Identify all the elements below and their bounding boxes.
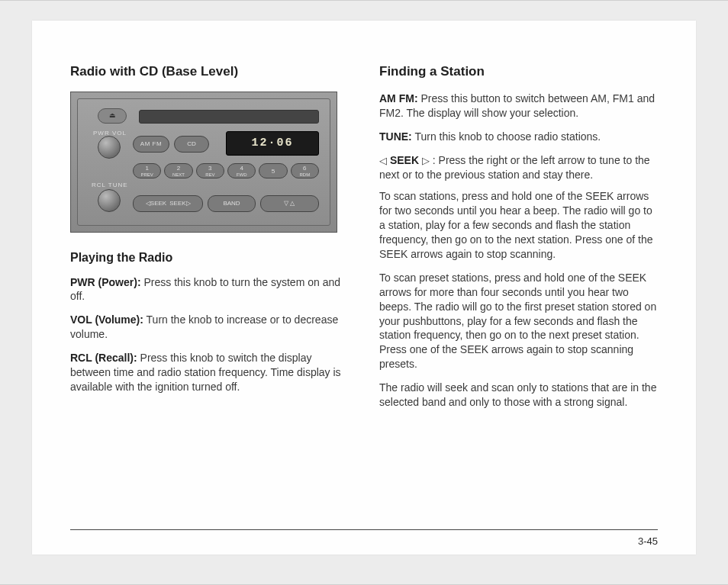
tune-text: Turn this knob to choose radio stations. <box>412 130 601 143</box>
right-arrow-icon: ▷ <box>422 155 430 166</box>
seek-paragraph: ◁ SEEK ▷ : Press the right or the left a… <box>379 153 658 182</box>
preset-4: 4FWD <box>227 163 256 178</box>
seek-tail: : Press the right or the left arrow to t… <box>379 154 650 181</box>
document-page: Radio with CD (Base Level) ⏏ PWR VOL AM … <box>0 0 728 585</box>
radio-face: ⏏ PWR VOL AM FM CD 12·06 1PREV 2NEXT 3RE… <box>77 98 330 226</box>
rcl-tune-knob <box>98 189 121 212</box>
page-number: 3-45 <box>638 535 658 547</box>
band-button: BAND <box>208 195 255 212</box>
signal-paragraph: The radio will seek and scan only to sta… <box>379 381 658 410</box>
scan-paragraph: To scan stations, press and hold one of … <box>379 189 658 261</box>
section-title-radio-cd: Radio with CD (Base Level) <box>70 63 349 81</box>
right-column: Finding a Station AM FM: Press this butt… <box>379 63 658 419</box>
cd-slot <box>139 110 319 124</box>
eject-icon: ⏏ <box>98 108 127 124</box>
preset-3: 3REV <box>196 163 224 178</box>
preset-1: 1PREV <box>133 163 161 178</box>
left-arrow-icon: ◁ <box>379 155 387 166</box>
cd-button: CD <box>174 136 209 153</box>
footer-rule <box>70 529 658 530</box>
section-title-finding: Finding a Station <box>379 63 658 81</box>
seek-button: ◁SEEKSEEK▷ <box>133 195 203 212</box>
section-title-playing: Playing the Radio <box>70 249 349 266</box>
arrows-button: ▽ △ <box>260 195 319 212</box>
preset-2: 2NEXT <box>164 163 192 178</box>
left-column: Radio with CD (Base Level) ⏏ PWR VOL AM … <box>70 63 349 419</box>
bottom-row: ◁SEEKSEEK▷ BAND ▽ △ <box>133 195 319 212</box>
preset-scan-paragraph: To scan preset stations, press and hold … <box>379 271 658 371</box>
preset-5: 5 <box>259 163 287 178</box>
columns: Radio with CD (Base Level) ⏏ PWR VOL AM … <box>70 63 658 419</box>
amfm-paragraph: AM FM: Press this button to switch betwe… <box>379 92 658 121</box>
vol-label: VOL (Volume): <box>70 313 143 326</box>
vol-paragraph: VOL (Volume): Turn the knob to increase … <box>70 313 349 342</box>
pwr-paragraph: PWR (Power): Press this knob to turn the… <box>70 275 349 304</box>
radio-illustration: ⏏ PWR VOL AM FM CD 12·06 1PREV 2NEXT 3RE… <box>70 92 337 233</box>
amfm-text: Press this button to switch between AM, … <box>379 92 655 119</box>
tune-paragraph: TUNE: Turn this knob to choose radio sta… <box>379 130 658 144</box>
rcl-label: RCL (Recall): <box>70 352 137 364</box>
preset-row: 1PREV 2NEXT 3REV 4FWD 5 6RDM <box>133 163 319 178</box>
pwr-label: PWR (Power): <box>70 276 141 288</box>
rcl-paragraph: RCL (Recall): Press this knob to switch … <box>70 351 349 394</box>
preset-6: 6RDM <box>291 163 319 178</box>
amfm-label: AM FM: <box>379 92 418 104</box>
power-volume-knob <box>98 136 121 159</box>
seek-label: SEEK <box>390 154 419 166</box>
clock-display: 12·06 <box>226 131 319 156</box>
page-content: Radio with CD (Base Level) ⏏ PWR VOL AM … <box>32 21 696 554</box>
tune-label: TUNE: <box>379 130 412 143</box>
am-fm-button: AM FM <box>133 136 169 153</box>
